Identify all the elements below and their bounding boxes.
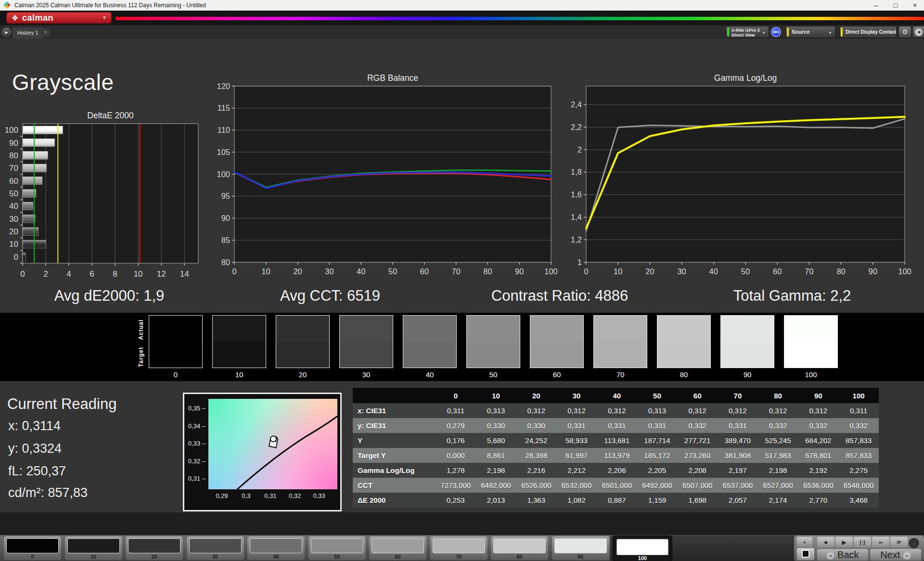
- table-cell: 0,000: [436, 448, 476, 463]
- settings-button[interactable]: ⚙: [898, 26, 911, 38]
- table-column-header: 30: [556, 388, 597, 403]
- patch-button-100[interactable]: 100: [613, 536, 672, 561]
- play-button[interactable]: ▶: [835, 537, 853, 548]
- patch-button-40[interactable]: 40: [247, 536, 305, 560]
- patch-button-30[interactable]: 30: [187, 536, 244, 560]
- svg-text:1: 1: [578, 258, 582, 267]
- bottom-bar: 0102030405060708090100 ▲ ■ ▶ [·] ∞ ⟳ « B…: [0, 535, 924, 561]
- maximize-button[interactable]: □: [888, 0, 903, 10]
- reading-x: x: 0,3114: [8, 419, 61, 434]
- svg-text:14: 14: [180, 269, 189, 279]
- patch-button-10[interactable]: 10: [65, 536, 122, 560]
- svg-text:DeltaE 2000: DeltaE 2000: [87, 111, 134, 120]
- table-cell: 0,332: [758, 418, 798, 433]
- svg-text:90: 90: [515, 267, 524, 276]
- table-cell: 185,172: [637, 448, 678, 463]
- table-cell: 277,721: [677, 433, 718, 448]
- table-column-header: 40: [597, 388, 637, 403]
- table-cell: 0,331: [597, 418, 637, 433]
- table-cell: 6526,000: [516, 478, 556, 493]
- page-title: Grayscale: [12, 69, 114, 95]
- table-cell: 2,057: [718, 493, 758, 508]
- table-cell: 6532,000: [556, 478, 597, 493]
- cie-y-tick: 0,32 –: [186, 458, 205, 465]
- step-mode-button[interactable]: [·]: [854, 537, 871, 548]
- table-cell: 1,698: [677, 493, 718, 508]
- patch-label: 100: [613, 555, 672, 561]
- table-row-label: Y: [353, 433, 436, 448]
- patch-swatch: [433, 538, 485, 553]
- grayscale-swatch-70: [593, 315, 647, 368]
- svg-text:115: 115: [218, 103, 230, 112]
- svg-text:100: 100: [217, 170, 230, 178]
- refresh-button[interactable]: ⟳: [890, 537, 908, 548]
- patch-label: 70: [430, 554, 488, 560]
- tab-nav-button[interactable]: ▶: [2, 27, 11, 37]
- table-row: Gamma Log/Log1,2782,1982,2162,2122,2062,…: [353, 463, 879, 478]
- patch-button-20[interactable]: 20: [126, 536, 183, 560]
- meter-dropdown[interactable]: X-Rite i1Pro 3 Direct View ▼: [726, 26, 769, 38]
- svg-text:80: 80: [221, 258, 230, 267]
- tab-history-1[interactable]: History 1: [13, 27, 43, 38]
- add-tab-button[interactable]: +: [40, 28, 50, 37]
- patch-window-button[interactable]: [797, 548, 814, 560]
- table-cell: 0,312: [597, 403, 637, 418]
- svg-text:50: 50: [9, 189, 18, 198]
- table-column-header: 10: [476, 388, 516, 403]
- bottom-separator: [0, 512, 924, 535]
- patch-button-80[interactable]: 80: [491, 536, 548, 560]
- minimize-button[interactable]: –: [869, 0, 883, 10]
- table-cell: 857,833: [838, 433, 879, 448]
- close-button[interactable]: ×: [908, 0, 922, 10]
- table-cell: 381,908: [718, 448, 758, 463]
- svg-text:Gamma Log/Log: Gamma Log/Log: [714, 73, 777, 83]
- grayscale-swatch-50: [466, 315, 520, 368]
- patch-button-0[interactable]: 0: [4, 536, 61, 560]
- table-cell: 0,331: [556, 418, 597, 433]
- svg-text:70: 70: [451, 267, 460, 276]
- table-cell: 6507,000: [677, 478, 718, 493]
- svg-text:40: 40: [709, 267, 718, 276]
- svg-text:30: 30: [9, 215, 18, 224]
- collapse-panel-button[interactable]: ◀: [912, 26, 924, 38]
- svg-text:2,4: 2,4: [571, 100, 582, 109]
- table-cell: 3,468: [838, 493, 879, 508]
- table-cell: 1,363: [516, 493, 556, 508]
- continuous-mode-button[interactable]: ∞: [872, 537, 889, 548]
- grayscale-swatch-0: [149, 315, 203, 368]
- table-cell: 678,801: [798, 448, 838, 463]
- table-row: x: CIE310,3110,3130,3120,3120,3120,3130,…: [353, 403, 879, 418]
- patch-swatch: [554, 538, 607, 553]
- svg-text:12: 12: [157, 269, 166, 279]
- stop-button[interactable]: ■: [817, 537, 834, 548]
- daylight-locus-curve: [237, 416, 337, 489]
- swatch-level-label: 10: [212, 370, 266, 379]
- table-cell: 0,332: [798, 418, 838, 433]
- table-row-label: x: CIE31: [353, 403, 436, 418]
- patch-button-50[interactable]: 50: [308, 536, 366, 560]
- svg-text:2: 2: [578, 145, 582, 154]
- patch-button-60[interactable]: 60: [369, 536, 426, 560]
- table-cell: 6548,000: [838, 478, 879, 493]
- svg-text:1,6: 1,6: [571, 190, 582, 199]
- source-dropdown[interactable]: Source ▼: [785, 26, 835, 38]
- patch-button-70[interactable]: 70: [430, 536, 488, 560]
- next-button[interactable]: Next »: [870, 549, 921, 561]
- display-control-dropdown[interactable]: Direct Display Control ▼: [839, 26, 897, 38]
- back-button[interactable]: « Back: [817, 549, 868, 561]
- table-cell: 113,979: [597, 448, 637, 463]
- panel-up-button[interactable]: ▲: [797, 537, 812, 547]
- table-column-header: 50: [637, 388, 678, 403]
- patch-label: 30: [187, 554, 244, 560]
- calman-menu-button[interactable]: ❖ calman ▼: [6, 12, 112, 24]
- tab-row: ▶ History 1 + X-Rite i1Pro 3 Direct View…: [0, 25, 924, 38]
- display-control-label: Direct Display Control: [846, 26, 896, 38]
- patch-window-icon: [802, 550, 809, 558]
- app-icon: [3, 1, 11, 9]
- patch-button-90[interactable]: 90: [552, 536, 609, 560]
- stat-avg-de2000: Avg dE2000: 1,9: [54, 287, 165, 305]
- patch-swatch: [6, 538, 59, 553]
- table-cell: 0,332: [677, 418, 718, 433]
- patch-label: 10: [65, 554, 122, 560]
- table-column-header: 90: [798, 388, 838, 403]
